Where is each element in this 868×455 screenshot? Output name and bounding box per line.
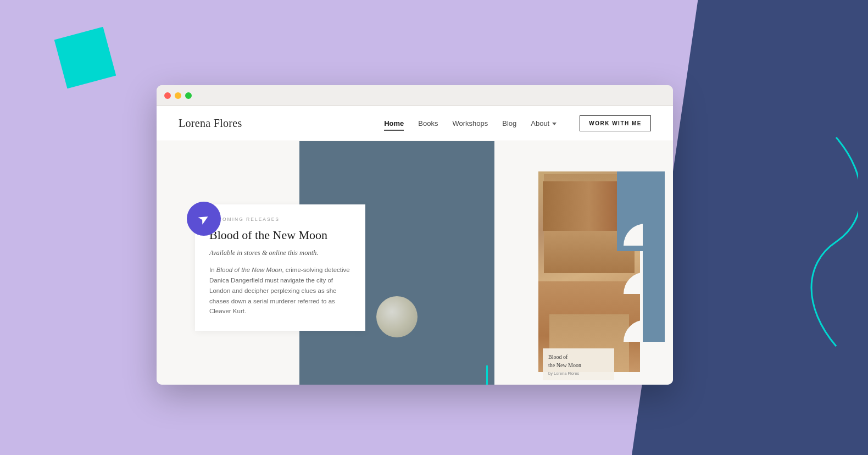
nav-links: Home Books Workshops Blog About WORK WIT… <box>384 115 651 131</box>
book-description: In Blood of the New Moon, crime-solving … <box>209 265 351 317</box>
text-card: UPCOMING RELEASES Blood of the New Moon … <box>195 204 365 331</box>
upcoming-label: UPCOMING RELEASES <box>209 217 351 222</box>
nav-link-about[interactable]: About <box>531 119 557 127</box>
site-nav: Lorena Flores Home Books Workshops Blog … <box>157 106 673 141</box>
cyan-curve-decoration <box>748 132 858 352</box>
traffic-light-yellow[interactable] <box>175 92 181 99</box>
browser-titlebar <box>157 85 673 106</box>
traffic-light-green[interactable] <box>185 92 192 99</box>
arrow-icon: ➤ <box>196 210 212 228</box>
nav-link-workshops[interactable]: Workshops <box>452 119 488 127</box>
book-subtitle: Available in stores & online this month. <box>209 249 351 257</box>
nav-link-home[interactable]: Home <box>384 119 404 127</box>
browser-content: ➤ UPCOMING RELEASES Blood of the New Moo… <box>157 141 673 385</box>
browser-window: Lorena Flores Home Books Workshops Blog … <box>157 85 673 385</box>
book-cover-title: Blood of the New Moon <box>548 353 609 369</box>
chevron-down-icon <box>552 123 557 125</box>
moon-circle <box>376 296 418 337</box>
book-cover-collage: Blood of the New Moon by Lorena Flores <box>538 171 665 385</box>
traffic-light-red[interactable] <box>164 92 171 99</box>
nav-link-blog[interactable]: Blog <box>502 119 516 127</box>
nav-arrow-button[interactable]: ➤ <box>187 202 221 236</box>
teal-bottom-line <box>486 365 488 385</box>
site-logo: Lorena Flores <box>179 117 384 130</box>
work-with-me-button[interactable]: WORK WITH ME <box>580 115 651 131</box>
slate-strip-2 <box>643 171 665 342</box>
nav-link-books[interactable]: Books <box>418 119 438 127</box>
book-cover-text-box: Blood of the New Moon by Lorena Flores <box>543 348 614 380</box>
book-title: Blood of the New Moon <box>209 228 351 243</box>
book-cover-author: by Lorena Flores <box>548 371 609 376</box>
